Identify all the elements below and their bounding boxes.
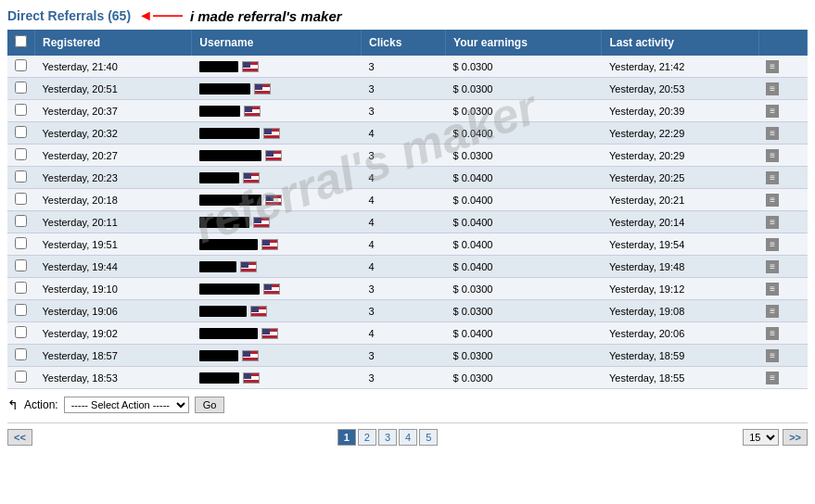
page-number-3[interactable]: 3 [378,429,397,446]
view-icon-cell: ≡ [758,278,807,300]
flag-icon [254,83,271,94]
table-row: Yesterday, 19:514$ 0.0400Yesterday, 19:5… [7,233,808,256]
clicks-cell: 4 [361,256,445,278]
row-checkbox[interactable] [15,59,27,71]
page-number-1[interactable]: 1 [337,429,356,446]
username-cell [192,300,362,322]
view-detail-icon[interactable]: ≡ [766,60,779,73]
row-checkbox-cell [7,322,35,345]
prev-button[interactable]: << [7,429,32,446]
username-cell [192,256,362,278]
earnings-cell: $ 0.0400 [446,167,602,189]
view-icon-cell: ≡ [758,100,807,122]
view-icon-cell: ≡ [758,211,807,233]
flag-icon [242,350,259,361]
row-checkbox[interactable] [15,82,27,94]
col-last-activity: Last activity [602,30,758,56]
username-cell [192,211,362,233]
view-detail-icon[interactable]: ≡ [766,238,779,251]
action-select[interactable]: ----- Select Action ----- [64,397,189,413]
earnings-cell: $ 0.0300 [446,78,602,100]
page-title: Direct Referrals (65) [7,8,131,23]
clicks-cell: 4 [361,189,445,211]
pagination-bar: << 12345 15 >> [7,422,808,446]
view-detail-icon[interactable]: ≡ [766,82,779,95]
last-activity-cell: Yesterday, 19:48 [602,256,758,278]
clicks-cell: 3 [361,100,445,122]
row-checkbox[interactable] [15,326,27,338]
view-detail-icon[interactable]: ≡ [766,327,779,340]
registered-cell: Yesterday, 18:53 [35,367,192,389]
view-icon-cell: ≡ [758,122,807,145]
row-checkbox-cell [7,78,35,100]
flag-icon [265,150,282,161]
clicks-cell: 3 [361,56,445,78]
table-row: Yesterday, 20:324$ 0.0400Yesterday, 22:2… [7,122,808,145]
row-checkbox[interactable] [15,148,27,160]
row-checkbox[interactable] [15,215,27,227]
header-slogan: i made referral's maker [190,8,342,24]
username-cell [192,233,362,256]
clicks-cell: 3 [361,145,445,167]
clicks-cell: 3 [361,345,445,367]
col-earnings: Your earnings [446,30,602,56]
view-icon-cell: ≡ [758,189,807,211]
go-button[interactable]: Go [195,397,225,413]
row-checkbox[interactable] [15,126,27,138]
view-detail-icon[interactable]: ≡ [766,349,779,362]
view-detail-icon[interactable]: ≡ [766,260,779,273]
row-checkbox[interactable] [15,104,27,116]
clicks-cell: 3 [361,78,445,100]
row-checkbox[interactable] [15,304,27,316]
clicks-cell: 4 [361,122,445,145]
page-number-2[interactable]: 2 [358,429,376,446]
clicks-cell: 3 [361,367,445,389]
page-number-4[interactable]: 4 [399,429,417,446]
row-checkbox[interactable] [15,259,27,271]
clicks-cell: 3 [361,300,445,322]
flag-icon [261,239,278,250]
view-detail-icon[interactable]: ≡ [766,216,779,229]
registered-cell: Yesterday, 18:57 [35,345,192,367]
row-checkbox[interactable] [15,193,27,205]
earnings-cell: $ 0.0400 [446,322,602,345]
view-detail-icon[interactable]: ≡ [766,305,779,318]
view-detail-icon[interactable]: ≡ [766,194,779,207]
last-activity-cell: Yesterday, 19:08 [602,300,758,322]
table-row: Yesterday, 19:063$ 0.0300Yesterday, 19:0… [7,300,808,322]
registered-cell: Yesterday, 20:27 [35,145,192,167]
per-page-select[interactable]: 15 [743,429,779,446]
view-detail-icon[interactable]: ≡ [766,283,779,296]
registered-cell: Yesterday, 20:23 [35,167,192,189]
view-detail-icon[interactable]: ≡ [766,149,779,162]
registered-cell: Yesterday, 19:06 [35,300,192,322]
username-cell [192,322,362,345]
clicks-cell: 4 [361,233,445,256]
arrow-icon: ◄—— [138,7,183,24]
row-checkbox[interactable] [15,282,27,294]
row-checkbox[interactable] [15,348,27,360]
header-row: Direct Referrals (65) ◄—— i made referra… [7,7,808,24]
table-row: Yesterday, 19:444$ 0.0400Yesterday, 19:4… [7,256,808,278]
view-icon-cell: ≡ [758,300,807,322]
view-icon-cell: ≡ [758,78,807,100]
view-detail-icon[interactable]: ≡ [766,171,779,184]
last-activity-cell: Yesterday, 18:59 [602,345,758,367]
view-detail-icon[interactable]: ≡ [766,105,779,118]
registered-cell: Yesterday, 19:10 [35,278,192,300]
action-row: ↰ Action: ----- Select Action ----- Go [7,397,808,413]
row-checkbox[interactable] [15,237,27,249]
view-detail-icon[interactable]: ≡ [766,372,779,384]
row-checkbox[interactable] [15,170,27,183]
registered-cell: Yesterday, 19:44 [35,256,192,278]
registered-cell: Yesterday, 20:11 [35,211,192,233]
earnings-cell: $ 0.0400 [446,211,602,233]
view-detail-icon[interactable]: ≡ [766,127,779,140]
row-checkbox[interactable] [15,371,27,383]
select-all-checkbox[interactable] [15,35,27,47]
page-number-5[interactable]: 5 [419,429,438,446]
last-activity-cell: Yesterday, 20:29 [602,145,758,167]
next-button[interactable]: >> [783,429,808,446]
view-icon-cell: ≡ [758,345,807,367]
last-activity-cell: Yesterday, 21:42 [602,56,758,78]
